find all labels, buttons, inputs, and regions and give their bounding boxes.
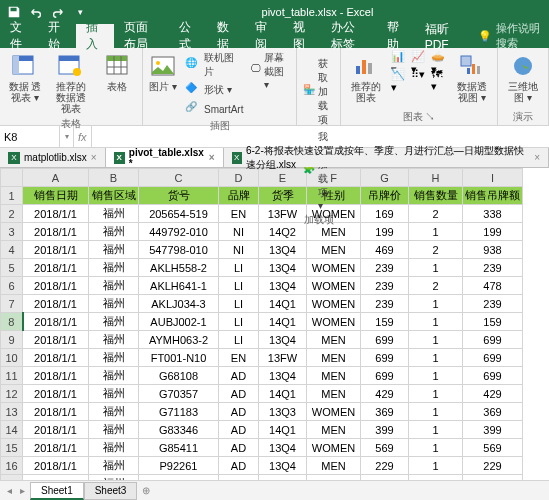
cell[interactable]: 13Q3 xyxy=(259,403,307,421)
surface-icon[interactable]: 🗺▾ xyxy=(431,68,447,84)
cell[interactable]: 2018/1/1 xyxy=(23,367,89,385)
cell[interactable]: 699 xyxy=(361,367,409,385)
line-chart-icon[interactable]: 📈▾ xyxy=(411,50,427,66)
cell[interactable]: AKLH558-2 xyxy=(139,259,219,277)
table-header-cell[interactable]: 销售日期 xyxy=(23,187,89,205)
cell[interactable]: 13Q4 xyxy=(259,439,307,457)
cell[interactable]: MEN xyxy=(307,457,361,475)
cell[interactable]: 2 xyxy=(409,241,463,259)
column-header[interactable]: C xyxy=(139,169,219,187)
cell[interactable]: AD xyxy=(219,457,259,475)
cell[interactable]: NI xyxy=(219,223,259,241)
cell[interactable]: AD xyxy=(219,439,259,457)
document-tab[interactable]: X6-2-将报表快速设置成按年、季度、月进行汇总—日期型数据快速分组.xlsx× xyxy=(224,148,549,167)
spreadsheet-grid[interactable]: ABCDEFGHI1销售日期销售区域货号品牌货季性别吊牌价销售数量销售吊牌额22… xyxy=(0,168,549,480)
cell[interactable]: 福州 xyxy=(89,313,139,331)
cell[interactable]: AD xyxy=(219,367,259,385)
cell[interactable]: 13Q4 xyxy=(259,241,307,259)
table-header-cell[interactable]: 货季 xyxy=(259,187,307,205)
table-header-cell[interactable]: 销售吊牌额 xyxy=(463,187,523,205)
cell[interactable]: 2018/1/1 xyxy=(23,241,89,259)
tab-review[interactable]: 审阅 xyxy=(245,24,283,48)
cell[interactable]: 13FW xyxy=(259,205,307,223)
cell[interactable]: 2018/1/1 xyxy=(23,457,89,475)
cell[interactable]: 1 xyxy=(409,223,463,241)
cell[interactable]: 1 xyxy=(409,295,463,313)
cell[interactable]: 239 xyxy=(361,277,409,295)
cell[interactable]: 369 xyxy=(463,403,523,421)
cell[interactable]: 1 xyxy=(409,367,463,385)
cell[interactable]: 福州 xyxy=(89,205,139,223)
cell[interactable]: WOMEN xyxy=(307,439,361,457)
row-header[interactable]: 1 xyxy=(1,187,23,205)
row-header[interactable]: 4 xyxy=(1,241,23,259)
name-box-dropdown[interactable]: ▾ xyxy=(60,126,74,147)
cell[interactable]: 229 xyxy=(361,457,409,475)
cell[interactable]: 2018/1/1 xyxy=(23,421,89,439)
cell[interactable]: 福州 xyxy=(89,367,139,385)
cell[interactable]: 1 xyxy=(409,259,463,277)
cell[interactable]: 2018/1/1 xyxy=(23,205,89,223)
cell[interactable]: 14Q1 xyxy=(259,385,307,403)
row-header[interactable]: 15 xyxy=(1,439,23,457)
cell[interactable]: 福州 xyxy=(89,457,139,475)
cell[interactable]: 2018/1/1 xyxy=(23,403,89,421)
cell[interactable]: 13FW xyxy=(259,349,307,367)
tab-insert[interactable]: 插入 xyxy=(76,24,114,48)
screenshot-button[interactable]: 🖵屏幕截图 ▾ xyxy=(249,50,292,91)
cell[interactable]: AUBJ002-1 xyxy=(139,313,219,331)
cell[interactable]: 2018/1/1 xyxy=(23,295,89,313)
cell[interactable]: 福州 xyxy=(89,349,139,367)
cell[interactable]: 239 xyxy=(361,259,409,277)
tab-help[interactable]: 帮助 xyxy=(377,24,415,48)
cell[interactable]: 福州 xyxy=(89,385,139,403)
column-header[interactable]: B xyxy=(89,169,139,187)
row-header[interactable]: 2 xyxy=(1,205,23,223)
recommended-pivot-button[interactable]: 推荐的 数据透视表 xyxy=(50,50,92,116)
cell[interactable]: 1 xyxy=(409,313,463,331)
cell[interactable]: WOMEN xyxy=(307,313,361,331)
row-header[interactable]: 5 xyxy=(1,259,23,277)
online-pictures-button[interactable]: 🌐联机图片 xyxy=(183,50,245,80)
cell[interactable]: 14Q1 xyxy=(259,421,307,439)
cell[interactable]: 169 xyxy=(361,205,409,223)
cell[interactable]: 2018/1/1 xyxy=(23,259,89,277)
cell[interactable]: 1 xyxy=(409,439,463,457)
row-header[interactable]: 14 xyxy=(1,421,23,439)
cell[interactable]: 199 xyxy=(463,223,523,241)
cell[interactable]: 338 xyxy=(463,205,523,223)
column-header[interactable]: A xyxy=(23,169,89,187)
cell[interactable]: EN xyxy=(219,349,259,367)
tab-home[interactable]: 开始 xyxy=(38,24,76,48)
cell[interactable]: 2018/1/1 xyxy=(23,277,89,295)
table-header-cell[interactable]: 销售数量 xyxy=(409,187,463,205)
cell[interactable]: MEN xyxy=(307,331,361,349)
cell[interactable]: 239 xyxy=(361,295,409,313)
cell[interactable]: 福州 xyxy=(89,259,139,277)
cell[interactable]: 229 xyxy=(463,457,523,475)
pictures-button[interactable]: 图片 ▾ xyxy=(147,50,179,94)
cell[interactable]: 1 xyxy=(409,421,463,439)
select-all-corner[interactable] xyxy=(1,169,23,187)
close-icon[interactable]: × xyxy=(534,152,540,163)
cell[interactable]: AKLH641-1 xyxy=(139,277,219,295)
cell[interactable]: P92261 xyxy=(139,457,219,475)
cell[interactable]: MEN xyxy=(307,349,361,367)
tab-foxit[interactable]: 福昕PDF xyxy=(415,24,471,48)
table-button[interactable]: 表格 xyxy=(96,50,138,94)
sheet-tab[interactable]: Sheet3 xyxy=(84,482,138,500)
cell[interactable]: 399 xyxy=(361,421,409,439)
sheet-nav-next[interactable]: ▸ xyxy=(17,485,28,496)
cell[interactable]: AKLJ034-3 xyxy=(139,295,219,313)
cell[interactable]: 239 xyxy=(463,295,523,313)
tab-view[interactable]: 视图 xyxy=(283,24,321,48)
cell[interactable]: 429 xyxy=(361,385,409,403)
cell[interactable]: G83346 xyxy=(139,421,219,439)
smartart-button[interactable]: 🔗SmartArt xyxy=(183,100,245,118)
cell[interactable]: WOMEN xyxy=(307,277,361,295)
row-header[interactable]: 9 xyxy=(1,331,23,349)
row-header[interactable]: 13 xyxy=(1,403,23,421)
table-header-cell[interactable]: 品牌 xyxy=(219,187,259,205)
row-header[interactable]: 16 xyxy=(1,457,23,475)
cell[interactable]: 福州 xyxy=(89,331,139,349)
